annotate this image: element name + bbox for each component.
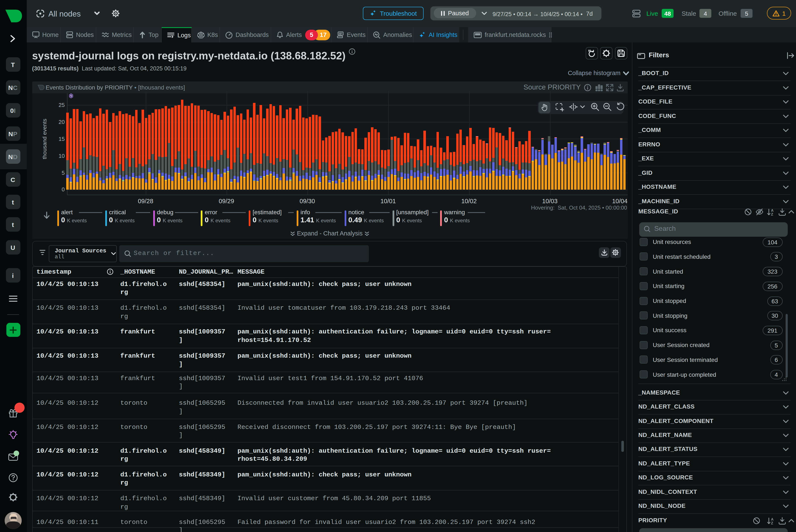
svg-text:Z: Z	[771, 521, 773, 525]
svg-text:Z: Z	[771, 212, 773, 216]
svg-text:A: A	[771, 209, 773, 212]
svg-text:A: A	[771, 517, 773, 521]
